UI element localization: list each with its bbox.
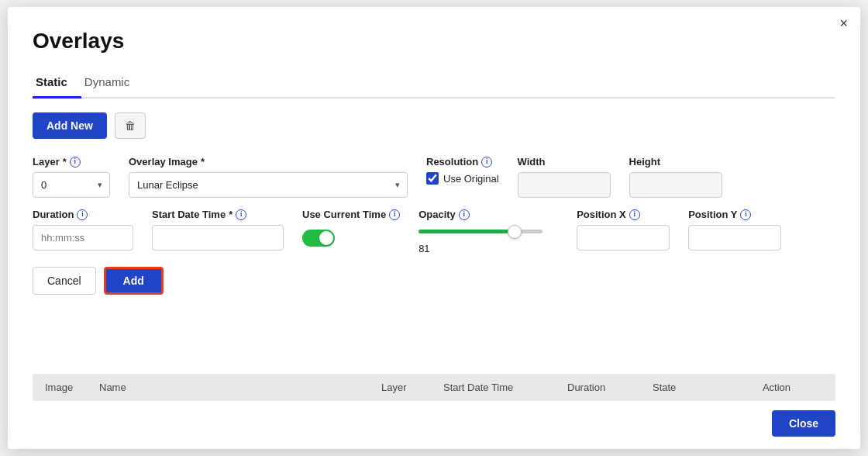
width-group: Width (518, 156, 611, 198)
position-x-label: Position X i (577, 209, 670, 220)
height-group: Height (629, 156, 722, 198)
position-y-input[interactable] (688, 225, 781, 250)
table-header: Image Name Layer Start Date Time Duratio… (33, 374, 835, 401)
trash-icon: 🗑 (125, 119, 136, 132)
col-action: Action (730, 382, 823, 393)
use-original-row: Use Original (426, 172, 499, 185)
layer-label: Layer * i (33, 156, 110, 168)
width-input[interactable] (518, 172, 611, 198)
opacity-value: 81 (418, 243, 558, 254)
cancel-button[interactable]: Cancel (33, 267, 96, 295)
close-icon[interactable]: × (839, 16, 848, 30)
tab-static[interactable]: Static (33, 67, 81, 98)
duration-label: Duration i (33, 209, 133, 220)
col-image: Image (45, 382, 99, 393)
layer-required: * (63, 156, 67, 168)
start-date-input[interactable] (152, 225, 284, 250)
tab-dynamic[interactable]: Dynamic (81, 67, 143, 98)
position-y-group: Position Y i (688, 209, 781, 250)
delete-button[interactable]: 🗑 (115, 112, 146, 139)
opacity-slider[interactable] (418, 230, 542, 233)
height-input[interactable] (629, 172, 722, 198)
height-label: Height (629, 156, 722, 168)
col-name: Name (99, 382, 381, 393)
toggle-knob (319, 231, 333, 245)
layer-select[interactable]: 0 1 2 3 (33, 172, 110, 198)
position-y-label: Position Y i (688, 209, 781, 220)
use-current-time-info-icon[interactable]: i (389, 209, 400, 220)
close-button[interactable]: Close (772, 410, 835, 437)
overlay-required: * (201, 156, 205, 168)
layer-info-icon[interactable]: i (70, 157, 81, 168)
overlay-image-group: Overlay Image * Lunar Eclipse ▾ (129, 156, 408, 198)
start-date-label: Start Date Time * i (152, 209, 284, 220)
use-current-time-group: Use Current Time i (302, 209, 400, 247)
position-y-info-icon[interactable]: i (740, 209, 751, 220)
opacity-info-icon[interactable]: i (459, 209, 470, 220)
slider-wrapper (418, 230, 558, 233)
action-row: Cancel Add (33, 267, 835, 295)
width-label: Width (518, 156, 611, 168)
resolution-group: Resolution i Use Original (426, 156, 499, 185)
use-original-label: Use Original (443, 173, 499, 185)
use-current-time-label: Use Current Time i (302, 209, 400, 220)
position-x-info-icon[interactable]: i (629, 209, 640, 220)
tabs-container: Static Dynamic (33, 67, 835, 98)
form-row-1: Layer * i 0 1 2 3 ▾ Overlay Image (33, 156, 835, 198)
resolution-info-icon[interactable]: i (481, 157, 492, 168)
duration-info-icon[interactable]: i (77, 209, 88, 220)
opacity-label: Opacity i (418, 209, 558, 220)
position-x-input[interactable] (577, 225, 670, 250)
col-start-date-time: Start Date Time (443, 382, 567, 393)
form-row-2: Duration i Start Date Time * i Use Curre… (33, 209, 835, 254)
modal: × Overlays Static Dynamic Add New 🗑 Laye… (8, 7, 860, 449)
use-original-checkbox[interactable] (426, 172, 439, 185)
overlay-select-wrapper: Lunar Eclipse ▾ (129, 172, 408, 198)
overlay-image-label: Overlay Image * (129, 156, 408, 168)
col-duration: Duration (567, 382, 653, 393)
layer-select-wrapper: 0 1 2 3 ▾ (33, 172, 110, 198)
duration-input[interactable] (33, 225, 133, 250)
position-x-group: Position X i (577, 209, 670, 250)
resolution-label: Resolution i (426, 156, 499, 168)
start-date-info-icon[interactable]: i (236, 209, 246, 220)
start-date-required: * (229, 209, 232, 220)
page-title: Overlays (33, 29, 835, 54)
layer-group: Layer * i 0 1 2 3 ▾ (33, 156, 110, 198)
start-date-group: Start Date Time * i (152, 209, 284, 250)
add-new-button[interactable]: Add New (33, 112, 107, 139)
toggle-wrapper (302, 230, 400, 247)
toolbar: Add New 🗑 (33, 112, 835, 139)
col-layer: Layer (381, 382, 443, 393)
use-current-time-toggle[interactable] (302, 230, 335, 247)
form: Layer * i 0 1 2 3 ▾ Overlay Image (33, 156, 835, 254)
add-button[interactable]: Add (104, 267, 164, 295)
opacity-group: Opacity i 81 (418, 209, 558, 254)
duration-group: Duration i (33, 209, 133, 250)
overlay-image-select[interactable]: Lunar Eclipse (129, 172, 408, 198)
modal-footer: Close (33, 401, 835, 449)
col-state: State (653, 382, 730, 393)
